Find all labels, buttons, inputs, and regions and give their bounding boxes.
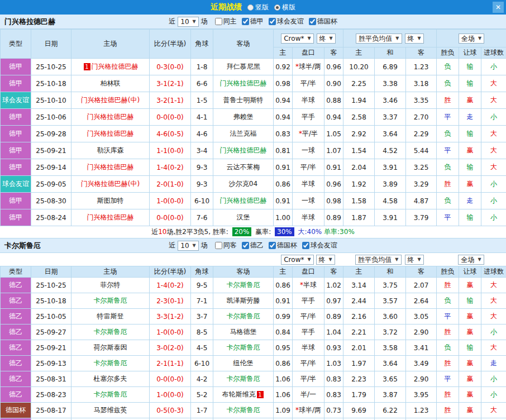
odds-away: 0.88 xyxy=(324,92,343,109)
result-wdl: 负 xyxy=(437,59,459,75)
away-team: 卡尔斯鲁厄 xyxy=(213,340,274,356)
layout-vertical-label: 竖版 xyxy=(255,3,269,12)
mean-draw: 6.22 xyxy=(375,403,406,418)
corner-score: 9-5 xyxy=(191,278,213,293)
odds-home: 1.00 xyxy=(274,209,293,226)
result-handicap: 赢 xyxy=(459,371,481,387)
scope-select[interactable]: 全场▼ xyxy=(459,34,484,44)
league-badge: 德甲 xyxy=(1,109,31,126)
scope-select[interactable]: 全场▼ xyxy=(458,255,484,265)
away-team: 卡尔斯鲁厄 xyxy=(213,278,274,293)
filter-checkbox[interactable] xyxy=(242,18,249,25)
col-date: 日期 xyxy=(31,266,71,278)
filter-option[interactable]: 德国杯 xyxy=(309,17,337,26)
col-away: 客场 xyxy=(213,266,274,278)
filter-option[interactable]: 球会友谊 xyxy=(302,241,337,250)
match-date: 25-09-21 xyxy=(31,340,71,356)
layout-vertical-option[interactable]: 竖版 xyxy=(247,3,269,12)
filter-option[interactable]: 同主 xyxy=(215,17,237,26)
chevron-down-icon: ▼ xyxy=(478,35,481,42)
home-team: 卡尔斯鲁厄 xyxy=(71,356,150,371)
section2-filters: 同客德乙德国杯球会友谊 xyxy=(210,241,337,250)
mean-select[interactable]: 胜平负均值▼ xyxy=(355,255,401,265)
result-handicap: 输 xyxy=(459,59,481,75)
result-wdl: 平 xyxy=(437,418,459,420)
mean-home: 1.58 xyxy=(343,193,375,209)
team-name-text: 普鲁士明斯特 xyxy=(223,96,264,104)
odds-handicap: 平手 xyxy=(293,324,324,340)
company-select[interactable]: Crow*▼ xyxy=(281,255,313,265)
mean-draw: 3.65 xyxy=(375,371,406,387)
mean-away: 2.07 xyxy=(406,278,437,293)
mean-select[interactable]: 胜平负均值▼ xyxy=(356,34,402,44)
league-badge: 球会友谊 xyxy=(1,92,31,109)
mean-away: 2.70 xyxy=(406,109,437,126)
company-select[interactable]: Crow*▼ xyxy=(281,34,313,44)
result-wdl: 负 xyxy=(437,340,459,356)
corner-score: 8-5 xyxy=(191,324,213,340)
filter-option[interactable]: 德国杯 xyxy=(269,241,297,250)
filter-label: 德国杯 xyxy=(317,17,337,26)
col-odds-home: 主 xyxy=(274,47,293,59)
mean-draw: 6.89 xyxy=(375,59,406,75)
result-handicap: 走 xyxy=(459,193,481,209)
filter-checkbox[interactable] xyxy=(269,18,276,25)
odds-handicap: 平手 xyxy=(293,109,324,126)
final-odds-select[interactable]: 终▼ xyxy=(317,34,336,44)
away-team: 马格德堡 xyxy=(213,324,274,340)
chevron-down-icon: ▼ xyxy=(395,256,398,264)
filter-option[interactable]: 同客 xyxy=(215,241,237,250)
corner-score: 4-6 xyxy=(191,126,213,142)
filter-checkbox[interactable] xyxy=(215,18,222,25)
final-odds-select[interactable]: 终▼ xyxy=(316,255,335,265)
odds-home: 0.91 xyxy=(274,293,293,309)
home-team: 卡尔斯鲁厄 xyxy=(71,387,150,403)
result-wdl: 平 xyxy=(437,371,459,387)
home-team-title: 门兴格拉德巴赫 xyxy=(4,17,55,27)
odds-handicap: 平/半 xyxy=(293,75,324,92)
star-mark: * xyxy=(300,281,303,289)
col-odds-away: 客 xyxy=(324,266,343,278)
match-score: 1-0(0-0) xyxy=(150,193,191,209)
filter-option[interactable]: 德甲 xyxy=(242,17,264,26)
corner-score: 1-7 xyxy=(191,403,213,418)
odds-away: 1.07 xyxy=(324,142,343,159)
section1-header: 门兴格拉德巴赫 近 10▼ 场 同主德甲球会友谊德国杯 xyxy=(0,15,506,29)
mean-away: 2.64 xyxy=(406,293,437,309)
filter-checkbox[interactable] xyxy=(269,242,276,249)
corner-score: 6-10 xyxy=(191,356,213,371)
filter-option[interactable]: 德乙 xyxy=(242,241,264,250)
odds-away: 0.96 xyxy=(324,176,343,193)
corner-score: 1-5 xyxy=(191,92,213,109)
count-select[interactable]: 10▼ xyxy=(178,241,198,251)
mean-home: 1.94 xyxy=(343,92,375,109)
mean-away: 3.25 xyxy=(406,159,437,176)
match-score: 3-0(2-0) xyxy=(150,340,191,356)
mean-away: 5.44 xyxy=(406,142,437,159)
match-row: 德乙25-08-31杜塞尔多夫0-0(0-0)4-2卡尔斯鲁厄1.06平/半0.… xyxy=(1,371,506,387)
filter-option[interactable]: 球会友谊 xyxy=(269,17,304,26)
final-mean-select[interactable]: 终▼ xyxy=(405,255,424,265)
home-team: 柏林赫塔 xyxy=(71,418,150,420)
close-icon[interactable]: ✕ xyxy=(493,2,504,13)
team-name-text: 勒沃库森 xyxy=(97,146,124,154)
final-mean-select[interactable]: 终▼ xyxy=(405,34,424,44)
result-goals: 小 xyxy=(481,109,506,126)
odds-handicap: 半/一 xyxy=(293,387,324,403)
result-goals: 大 xyxy=(481,309,506,324)
match-row: 德甲25-09-21勒沃库森1-1(0-0)3-4门兴格拉德巴赫0.81一球1.… xyxy=(1,142,506,159)
odds-home: 0.99 xyxy=(274,309,293,324)
team-name-text: 门兴格拉德巴赫 xyxy=(87,113,134,121)
filter-checkbox[interactable] xyxy=(242,242,249,249)
filter-checkbox[interactable] xyxy=(215,242,222,249)
mean-draw: 3.72 xyxy=(375,324,406,340)
odds-home: 0.94 xyxy=(274,92,293,109)
filter-checkbox[interactable] xyxy=(309,18,316,25)
count-select[interactable]: 10▼ xyxy=(178,17,198,27)
filter-label: 球会友谊 xyxy=(277,17,304,26)
mean-home: 2.21 xyxy=(343,324,375,340)
col-wdl: 胜负 xyxy=(437,266,459,278)
filter-checkbox[interactable] xyxy=(302,242,309,249)
result-goals: 小 xyxy=(481,193,506,209)
layout-horizontal-option[interactable]: 横版 xyxy=(274,3,295,12)
